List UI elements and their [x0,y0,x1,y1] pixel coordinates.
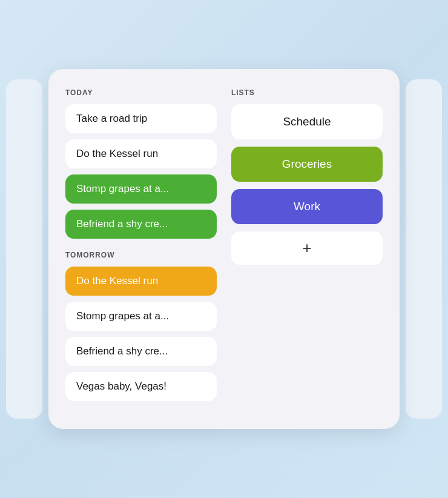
left-side-panel [6,79,42,419]
right-column: LISTS Schedule Groceries Work + [231,88,383,407]
task-stomp-grapes[interactable]: Stomp grapes at a... [65,174,217,204]
list-work[interactable]: Work [231,189,383,224]
columns: TODAY Take a road trip Do the Kessel run… [65,88,383,407]
add-list-button[interactable]: + [231,231,383,265]
task-stomp-grapes-tomorrow[interactable]: Stomp grapes at a... [65,302,217,331]
right-side-panel [406,79,442,419]
list-schedule[interactable]: Schedule [231,104,383,139]
task-befriend-creature-tomorrow[interactable]: Befriend a shy cre... [65,337,217,366]
today-label: TODAY [65,88,217,97]
lists-label: LISTS [231,88,383,97]
task-take-road-trip[interactable]: Take a road trip [65,104,217,133]
task-kessel-run-tomorrow[interactable]: Do the Kessel run [65,267,217,296]
task-vegas[interactable]: Vegas baby, Vegas! [65,372,217,401]
list-groceries[interactable]: Groceries [231,147,383,182]
left-column: TODAY Take a road trip Do the Kessel run… [65,88,217,407]
scene: TODAY Take a road trip Do the Kessel run… [0,0,448,498]
tomorrow-label: TOMORROW [65,251,217,259]
main-card: TODAY Take a road trip Do the Kessel run… [48,69,400,429]
task-befriend-creature[interactable]: Befriend a shy cre... [65,210,217,239]
task-kessel-run-today[interactable]: Do the Kessel run [65,139,217,168]
